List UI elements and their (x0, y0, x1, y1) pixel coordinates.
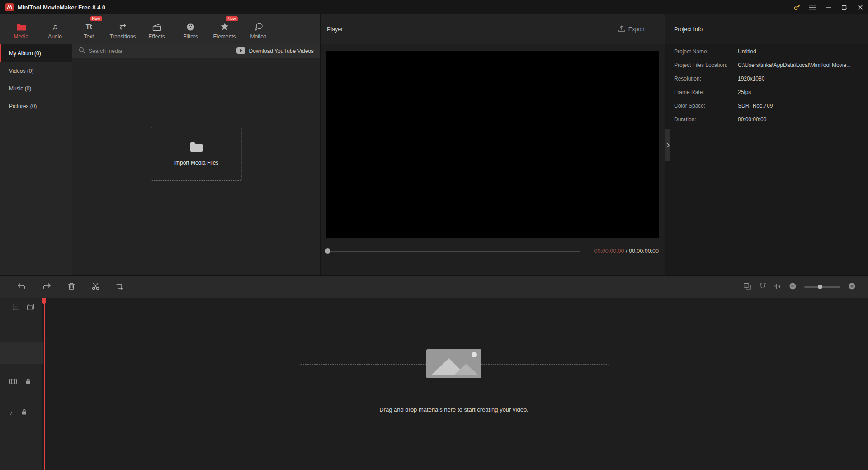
timeline-view-tools (744, 283, 868, 291)
player-title: Player (327, 26, 343, 33)
playhead-line[interactable] (44, 298, 45, 470)
text-icon: Tt (85, 21, 92, 31)
media-library-panel: Download YouTube Videos Import Media Fil… (72, 44, 320, 275)
track-header-column: ♪ (0, 298, 43, 470)
folder-icon (16, 21, 26, 31)
tab-label: Audio (48, 33, 62, 40)
tab-elements[interactable]: New Elements (208, 14, 241, 44)
lock-icon[interactable] (22, 408, 27, 417)
tab-label: Motion (250, 33, 266, 40)
maximize-button[interactable] (836, 0, 852, 14)
timeline-zoom-slider[interactable] (804, 286, 840, 288)
search-icon (79, 47, 85, 55)
import-media-files-button[interactable]: Import Media Files (151, 127, 242, 181)
row-value: SDR- Rec.709 (738, 103, 773, 109)
video-track-controls (9, 378, 31, 386)
lock-icon[interactable] (26, 378, 31, 386)
video-clip-icon[interactable] (9, 378, 17, 386)
sidebar-item-pictures[interactable]: Pictures (0) (0, 97, 72, 115)
project-info-row: Color Space: SDR- Rec.709 (665, 99, 868, 113)
zoom-slider-handle[interactable] (818, 285, 822, 289)
media-type-toolbar: Media ♫ Audio New Tt Text ⇄ Transitions … (0, 14, 320, 44)
tab-transitions[interactable]: ⇄ Transitions (106, 14, 140, 44)
row-value: 00:00:00:00 (738, 116, 766, 123)
download-youtube-button[interactable]: Download YouTube Videos (236, 47, 314, 55)
track-column-buttons (13, 304, 34, 312)
project-info-row: Project Name: Untitled (665, 45, 868, 58)
total-time: 00:00:00:00 (629, 248, 659, 254)
row-label: Frame Rate: (674, 89, 738, 95)
register-key-icon[interactable] (789, 0, 805, 14)
tab-filters[interactable]: Filters (174, 14, 208, 44)
tab-effects[interactable]: Effects (140, 14, 174, 44)
music-note-icon[interactable]: ♪ (9, 409, 13, 416)
star-icon (220, 21, 229, 31)
manage-tracks-icon[interactable] (27, 304, 34, 312)
split-scissors-icon[interactable] (92, 283, 99, 292)
delete-icon[interactable] (68, 282, 75, 292)
media-search-bar: Download YouTube Videos (72, 44, 320, 58)
sidebar-item-my-album[interactable]: My Album (0) (0, 44, 72, 62)
menu-icon[interactable] (805, 0, 821, 14)
timeline[interactable]: ♪ Drag and drop materials here to start … (0, 298, 868, 470)
sidebar-item-music[interactable]: Music (0) (0, 80, 72, 97)
project-info-rows: Project Name: Untitled Project Files Loc… (665, 44, 868, 126)
current-time: 00:00:00:00 (594, 248, 624, 254)
player-header: Player Export (320, 14, 665, 44)
zoom-in-icon[interactable] (849, 283, 855, 291)
crop-icon[interactable] (116, 283, 123, 292)
undo-icon[interactable] (17, 283, 26, 292)
seek-handle[interactable] (325, 248, 330, 254)
tab-motion[interactable]: Motion (241, 14, 275, 44)
zoom-out-icon[interactable] (789, 283, 796, 291)
project-info-header: Project Info (665, 14, 868, 44)
sidebar-item-videos[interactable]: Videos (0) (0, 62, 72, 80)
collapse-panel-handle[interactable] (665, 129, 670, 161)
tab-media[interactable]: Media (4, 14, 38, 44)
search-input[interactable] (89, 48, 179, 54)
project-info-row: Frame Rate: 25fps (665, 85, 868, 99)
row-label: Project Name: (674, 48, 738, 55)
video-preview (326, 51, 659, 238)
timeline-toolbar (0, 275, 868, 298)
time-separator: / (624, 248, 629, 254)
project-info-row: Duration: 00:00:00:00 (665, 113, 868, 126)
drop-hint-text: Drag and drop materials here to start cr… (299, 406, 609, 413)
chevron-right-icon (666, 142, 670, 148)
row-value: 1920x1080 (738, 76, 764, 82)
tab-label: Filters (183, 33, 198, 40)
new-badge: New (90, 16, 102, 21)
import-media-label: Import Media Files (174, 160, 219, 166)
snap-icon[interactable] (760, 283, 766, 291)
youtube-icon (236, 47, 245, 55)
row-label: Project Files Location: (674, 62, 738, 68)
minimize-button[interactable] (821, 0, 836, 14)
export-button[interactable]: Export (618, 25, 645, 34)
import-folder-icon (189, 142, 203, 154)
export-icon (618, 25, 625, 34)
tab-label: Elements (213, 33, 236, 40)
time-display: 00:00:00:00 / 00:00:00:00 (594, 248, 659, 254)
image-placeholder-icon (426, 349, 481, 380)
row-value: 25fps (738, 89, 751, 95)
waveform-view-icon[interactable] (774, 283, 781, 291)
tab-label: Effects (148, 33, 165, 40)
music-note-icon: ♫ (52, 21, 58, 31)
library-sidebar: My Album (0) Videos (0) Music (0) Pictur… (0, 44, 72, 275)
clapperboard-icon (152, 21, 161, 31)
close-button[interactable] (852, 0, 868, 14)
tab-text[interactable]: New Tt Text (72, 14, 106, 44)
project-info-row: Project Files Location: C:\Users\tinka\A… (665, 58, 868, 72)
seek-bar[interactable] (326, 251, 580, 252)
top-band: Media ♫ Audio New Tt Text ⇄ Transitions … (0, 14, 868, 44)
filter-ball-icon (186, 21, 195, 31)
export-label: Export (628, 26, 645, 33)
redo-icon[interactable] (42, 283, 51, 292)
add-to-track-icon[interactable] (13, 304, 19, 312)
row-label: Duration: (674, 116, 738, 123)
tab-audio[interactable]: ♫ Audio (38, 14, 72, 44)
transitions-arrows-icon: ⇄ (119, 21, 126, 31)
row-label: Resolution: (674, 76, 738, 82)
thumbnail-view-icon[interactable] (744, 283, 751, 291)
row-value: C:\Users\tinka\AppData\Local\MiniTool Mo… (738, 62, 851, 68)
